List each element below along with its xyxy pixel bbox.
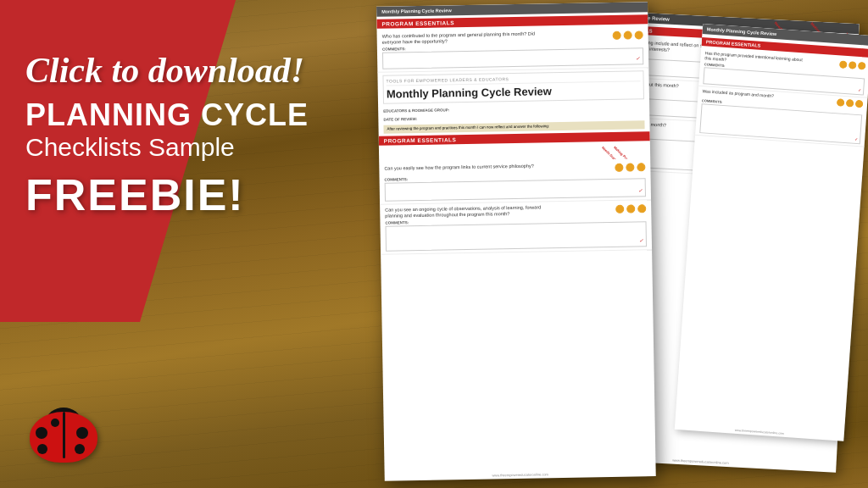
front-cycle-circle-3 [637,204,646,213]
front-q-cycle: Can you see an ongoing cycle of observat… [380,200,652,255]
front-service-circle-1 [615,164,623,172]
third-document: Monthly Planning Cycle Review PROGRAM ES… [675,24,868,441]
ladybug-dot-1 [36,427,47,439]
documents-container: Needs Support Making Progress Yes Monthl… [359,0,868,488]
front-q1-circle-2 [624,31,632,40]
planning-cycle-label: PLANNING CYCLE [25,98,331,132]
ladybug-dot-4 [75,444,85,454]
front-q-service-text: Can you easily see how the program links… [384,163,554,172]
left-panel: Click to download! PLANNING CYCLE Checkl… [25,51,331,220]
front-q-cycle-text: Can you see an ongoing cycle of observat… [385,204,554,219]
ladybug-decoration [25,403,110,471]
front-service-circle-3 [637,163,645,171]
ladybug-dot-5 [51,419,59,427]
front-q1-circle-3 [635,30,643,39]
click-download-label[interactable]: Click to download! [25,51,331,90]
front-q-service: Can you easily see how the program links… [379,158,651,205]
front-big-title: Monthly Planning Cycle Review [387,84,641,101]
front-service-comments-box: ✓ [385,178,646,201]
front-service-circle-2 [626,164,634,172]
freebie-label: FREEBIE! [25,169,331,220]
front-q1-circle-1 [613,31,621,40]
front-doc-header-title: Monthly Planning Cycle Review [381,8,452,14]
front-document[interactable]: Monthly Planning Cycle Review Needs Supp… [376,2,656,480]
front-q1-text: Who has contributed to the program and g… [382,30,552,46]
front-q1-section: Who has contributed to the program and g… [377,26,649,73]
ladybug-center-line [63,412,65,458]
checklists-sample-label: Checklists Sample [25,132,331,163]
front-doc-footer: www.theempowereducatoronline.com [385,470,656,480]
front-cycle-circle-1 [615,205,624,214]
front-cycle-circle-2 [626,205,635,214]
front-cycle-comments-box: ✓ [386,222,647,252]
ladybug-dot-2 [37,444,47,454]
ladybug-dot-3 [76,427,88,439]
front-comments-box-1: ✓ [382,48,643,69]
front-logo-area: TOOLS FOR EMPOWERED LEADERS & EDUCATORS … [382,71,644,104]
